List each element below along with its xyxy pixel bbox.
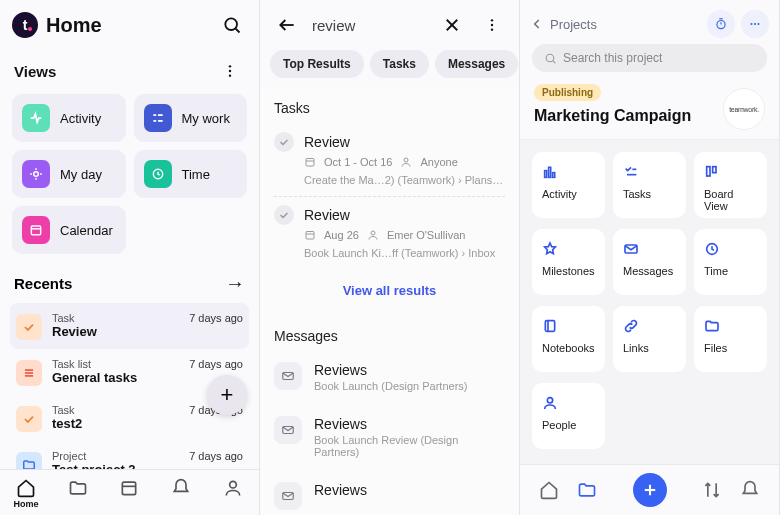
svg-point-28	[491, 28, 493, 30]
calendar-icon	[304, 156, 316, 168]
svg-point-44	[546, 54, 554, 62]
svg-point-22	[230, 481, 237, 488]
chip-tasks[interactable]: Tasks	[370, 50, 429, 78]
clear-icon[interactable]	[437, 10, 467, 40]
tile-people[interactable]: People	[532, 383, 605, 449]
app-logo[interactable]	[12, 12, 38, 38]
svg-point-0	[225, 18, 237, 30]
back-button[interactable]	[272, 10, 302, 40]
view-all-link[interactable]: View all results	[274, 269, 505, 316]
nav-profile[interactable]	[207, 474, 259, 513]
svg-point-34	[371, 231, 375, 235]
stopwatch-icon	[714, 17, 728, 31]
svg-point-42	[754, 23, 756, 25]
chip-messages[interactable]: Messages	[435, 50, 518, 78]
tile-activity[interactable]: Activity	[532, 152, 605, 218]
tile-tasks[interactable]: Tasks	[613, 152, 686, 218]
task-icon	[16, 406, 42, 432]
nav-switch[interactable]	[695, 480, 729, 500]
calendar-icon	[22, 216, 50, 244]
nav-projects[interactable]	[570, 480, 604, 500]
tile-label: Board View	[704, 188, 757, 212]
breadcrumb-back[interactable]: Projects	[550, 17, 597, 32]
plus-icon	[641, 481, 659, 499]
chevron-left-icon[interactable]	[530, 17, 544, 31]
recent-title: General tasks	[52, 370, 179, 385]
task-breadcrumb: Book Launch Ki…ff (Teamwork) › Inbox	[274, 247, 505, 259]
message-result[interactable]: ReviewsBook Launch (Design Partners)	[274, 352, 505, 406]
timer-button[interactable]	[707, 10, 735, 38]
add-fab[interactable]	[633, 473, 667, 507]
tile-files[interactable]: Files	[694, 306, 767, 372]
svg-point-4	[229, 74, 231, 76]
chip-top-results[interactable]: Top Results	[270, 50, 364, 78]
task-checkbox[interactable]	[274, 132, 294, 152]
more-icon	[748, 17, 762, 31]
svg-point-2	[229, 65, 231, 67]
message-title: Reviews	[314, 482, 367, 498]
task-assignee: Anyone	[420, 156, 457, 168]
tile-label: Notebooks	[542, 342, 595, 354]
recent-item[interactable]: TaskReview 7 days ago	[10, 303, 249, 349]
tile-notebooks[interactable]: Notebooks	[532, 306, 605, 372]
message-result[interactable]: ReviewsBook Launch Review (Design Partne…	[274, 406, 505, 472]
time-icon	[144, 160, 172, 188]
more-icon[interactable]	[215, 56, 245, 86]
envelope-icon	[274, 416, 302, 444]
nav-home[interactable]	[532, 480, 566, 500]
task-date: Oct 1 - Oct 16	[324, 156, 392, 168]
svg-rect-55	[545, 321, 554, 332]
svg-rect-32	[306, 232, 314, 240]
envelope-icon	[274, 362, 302, 390]
task-title: Review	[304, 207, 350, 223]
svg-rect-48	[553, 173, 555, 178]
folder-icon	[68, 478, 88, 498]
tile-messages[interactable]: Messages	[613, 229, 686, 295]
view-label: Calendar	[60, 223, 113, 238]
nav-home[interactable]: Home	[0, 474, 52, 513]
recent-type: Task list	[52, 358, 179, 370]
arrow-right-icon[interactable]: →	[225, 272, 245, 295]
task-checkbox[interactable]	[274, 205, 294, 225]
recent-item[interactable]: ProjectTest project 2 7 days ago	[10, 441, 249, 469]
tasks-section-title: Tasks	[274, 88, 505, 124]
tile-label: Links	[623, 342, 676, 354]
view-label: My day	[60, 167, 102, 182]
more-button[interactable]	[741, 10, 769, 38]
person-icon	[400, 156, 412, 168]
nav-calendar[interactable]	[104, 474, 156, 513]
tile-links[interactable]: Links	[613, 306, 686, 372]
search-icon[interactable]	[217, 10, 247, 40]
nav-notifications[interactable]	[155, 474, 207, 513]
recent-type: Task	[52, 404, 179, 416]
add-button[interactable]: +	[207, 375, 247, 415]
nav-projects[interactable]	[52, 474, 104, 513]
search-query[interactable]: review	[312, 17, 427, 34]
person-icon	[223, 478, 243, 498]
svg-line-45	[553, 60, 555, 62]
recent-type: Task	[52, 312, 179, 324]
message-result[interactable]: Reviews	[274, 472, 505, 515]
svg-point-27	[491, 24, 493, 26]
view-myday[interactable]: My day	[12, 150, 126, 198]
view-time[interactable]: Time	[134, 150, 248, 198]
project-search-input[interactable]: Search this project	[532, 44, 767, 72]
task-date: Aug 26	[324, 229, 359, 241]
myday-icon	[22, 160, 50, 188]
view-mywork[interactable]: My work	[134, 94, 248, 142]
task-title: Review	[304, 134, 350, 150]
nav-notifications[interactable]	[733, 480, 767, 500]
view-calendar[interactable]: Calendar	[12, 206, 126, 254]
tile-milestones[interactable]: Milestones	[532, 229, 605, 295]
tile-board[interactable]: Board View	[694, 152, 767, 218]
tile-label: Time	[704, 265, 757, 277]
tile-time[interactable]: Time	[694, 229, 767, 295]
view-label: My work	[182, 111, 230, 126]
task-result[interactable]: Review Aug 26 Emer O'Sullivan Book Launc…	[274, 197, 505, 269]
view-activity[interactable]: Activity	[12, 94, 126, 142]
svg-point-3	[229, 70, 231, 72]
task-result[interactable]: Review Oct 1 - Oct 16 Anyone Create the …	[274, 124, 505, 197]
files-icon	[704, 318, 757, 334]
home-icon	[16, 478, 36, 498]
more-icon[interactable]	[477, 10, 507, 40]
